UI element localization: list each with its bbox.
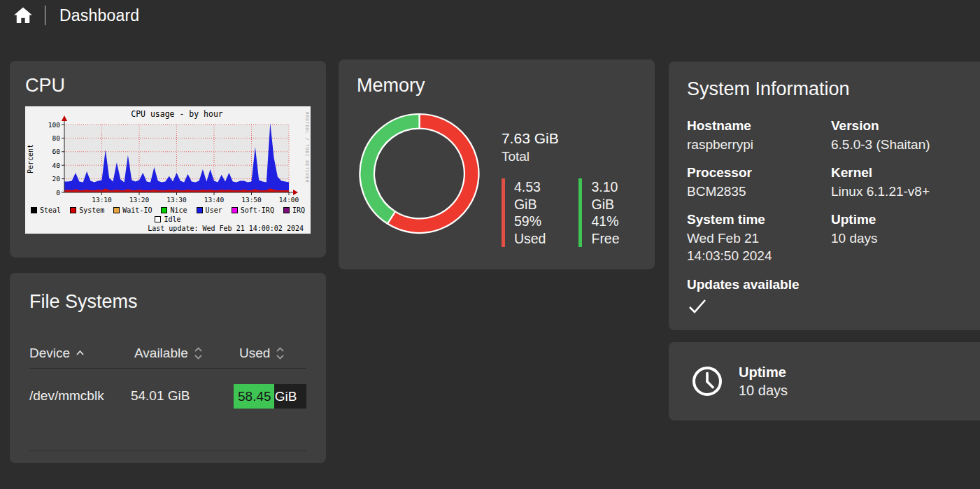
legend-item-idle: Idle <box>155 215 180 223</box>
file-systems-card: File Systems Device Available <box>10 273 326 463</box>
svg-text:13:10: 13:10 <box>92 196 112 204</box>
sort-both-icon <box>194 347 203 360</box>
cpu-graph-legend-idle: Idle <box>25 215 311 224</box>
page-title: Dashboard <box>59 6 139 25</box>
svg-text:80: 80 <box>52 134 61 142</box>
svg-text:0: 0 <box>56 189 60 197</box>
clock-icon <box>691 365 723 397</box>
svg-text:14:00: 14:00 <box>279 196 299 204</box>
cpu-graph-plot: 02040608010013:1013:2013:3013:4013:5014:… <box>25 106 311 206</box>
svg-text:13:40: 13:40 <box>204 196 225 204</box>
memory-card: Memory 7.63 GiB Total 4.53 GiB 59% Used … <box>339 59 655 269</box>
sort-both-icon <box>276 347 285 360</box>
system-information-card: System Information Hostname raspberrypi … <box>669 62 980 330</box>
sysinfo-field-uptime: Uptime 10 days <box>831 212 980 264</box>
home-button[interactable] <box>13 5 34 26</box>
sysinfo-field-hostname: Hostname raspberrypi <box>687 118 831 153</box>
cpu-usage-graph: 02040608010013:1013:2013:3013:4013:5014:… <box>25 106 311 234</box>
memory-free-value: 3.10 GiB <box>591 178 637 213</box>
svg-text:13:50: 13:50 <box>241 196 262 204</box>
legend-item: IRQ <box>283 206 305 214</box>
rrdtool-watermark: RRDTOOL / TOBI OETIKER <box>305 112 310 183</box>
fs-available-cell: 54.01 GiB <box>131 384 234 451</box>
legend-swatch <box>283 207 290 213</box>
legend-item: Soft-IRQ <box>232 206 274 214</box>
memory-free-label: Free <box>591 230 637 248</box>
cpu-graph-last-update: Last update: Wed Feb 21 14:00:02 2024 <box>25 224 311 234</box>
sort-asc-icon <box>76 350 85 356</box>
legend-item: Nice <box>161 206 187 214</box>
legend-swatch <box>161 207 167 213</box>
sysinfo-field-processor: Processor BCM2835 <box>687 165 831 200</box>
cpu-graph-title: CPU usage - by hour <box>131 109 223 119</box>
svg-text:40: 40 <box>52 162 61 169</box>
fs-device-cell: /dev/mmcblk <box>29 384 131 451</box>
cpu-card-title: CPU <box>25 75 311 97</box>
updates-available: Updates available <box>687 277 972 318</box>
fs-sort-used[interactable]: Used <box>239 346 306 361</box>
memory-used-stat: 4.53 GiB 59% Used <box>502 178 560 247</box>
topbar-divider <box>45 6 45 25</box>
memory-total-value: 7.63 GiB <box>502 130 637 147</box>
uptime-card-title: Uptime <box>739 364 788 381</box>
memory-total-label: Total <box>502 149 637 164</box>
home-icon <box>13 6 33 25</box>
cpu-card: CPU 02040608010013:1013:2013:3013:4013:5… <box>10 61 326 257</box>
svg-text:20: 20 <box>52 175 61 183</box>
svg-text:13:20: 13:20 <box>129 196 150 204</box>
memory-used-label: Used <box>514 230 560 248</box>
fs-used-cell: 58.45 GiB 58.45 GiB <box>234 384 306 451</box>
legend-item: User <box>197 206 222 214</box>
memory-donut-chart <box>357 104 482 243</box>
legend-swatch <box>232 207 238 213</box>
sysinfo-card-title: System Information <box>687 78 972 100</box>
memory-used-pct: 59% <box>514 213 560 230</box>
sysinfo-field-kernel: Kernel Linux 6.1.21-v8+ <box>831 165 980 200</box>
svg-text:60: 60 <box>52 148 61 155</box>
memory-card-title: Memory <box>357 75 637 97</box>
legend-swatch <box>31 207 37 213</box>
uptime-card-value: 10 days <box>739 383 788 399</box>
fs-sort-device[interactable]: Device <box>29 346 134 361</box>
cpu-graph-ylabel: Percent <box>27 144 34 173</box>
legend-swatch <box>70 207 76 213</box>
fs-table-row[interactable]: /dev/mmcblk 54.01 GiB 58.45 GiB 58.45 Gi… <box>29 369 306 451</box>
sysinfo-field-version: Version 6.5.0-3 (Shaitan) <box>831 118 980 153</box>
fs-table-header: Device Available Used <box>29 338 306 369</box>
fs-used-bar: 58.45 GiB 58.45 GiB <box>234 384 306 409</box>
memory-free-pct: 41% <box>591 213 637 230</box>
fs-card-title: File Systems <box>29 291 306 313</box>
legend-item: System <box>70 206 104 214</box>
memory-used-value: 4.53 GiB <box>514 178 560 213</box>
legend-swatch <box>113 207 120 213</box>
legend-swatch <box>197 207 203 213</box>
file-systems-table: Device Available Used <box>29 338 306 451</box>
memory-free-stat: 3.10 GiB 41% Free <box>578 178 637 247</box>
legend-item: Wait-IO <box>113 206 152 214</box>
cpu-graph-legend: StealSystemWait-IONiceUserSoft-IRQIRQ <box>25 206 311 215</box>
svg-text:100: 100 <box>48 121 60 129</box>
legend-item: Steal <box>31 206 61 214</box>
svg-text:13:30: 13:30 <box>166 196 187 204</box>
topbar: Dashboard <box>0 0 980 31</box>
sysinfo-field-system-time: System time Wed Feb 21 14:03:50 2024 <box>687 212 831 264</box>
check-icon <box>687 298 708 315</box>
fs-sort-available[interactable]: Available <box>134 346 239 361</box>
uptime-card: Uptime 10 days <box>669 342 980 420</box>
